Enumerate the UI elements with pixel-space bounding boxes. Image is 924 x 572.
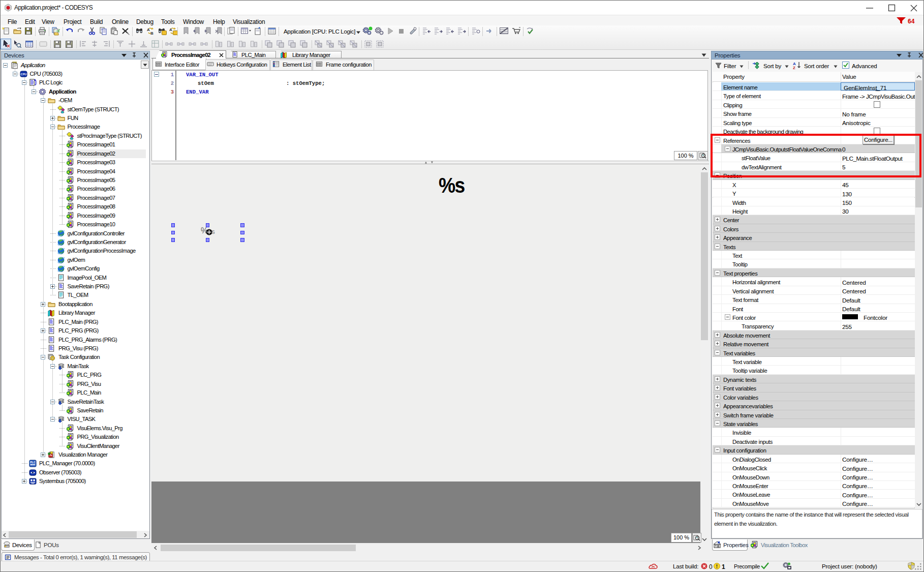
svg-text:Z: Z bbox=[793, 66, 795, 70]
